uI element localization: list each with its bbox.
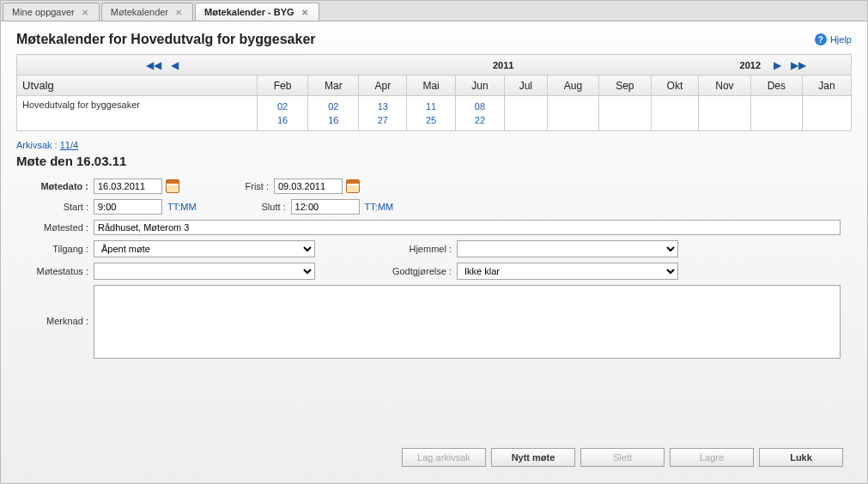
meeting-date-link[interactable]: 16 (313, 113, 353, 127)
month-cell: 1327 (359, 96, 407, 131)
tilgang-select[interactable]: Åpent møte (94, 240, 315, 257)
month-header: Aug (547, 76, 598, 96)
month-cell (750, 96, 802, 131)
calendar-icon[interactable] (166, 179, 179, 193)
close-icon[interactable]: ✕ (80, 8, 90, 17)
motestatus-label: Møtestatus : (16, 266, 94, 276)
close-icon[interactable]: ✕ (300, 8, 310, 17)
lag-arkivsak-button[interactable]: Lag arkivsak (402, 448, 486, 467)
meeting-date-link[interactable]: 02 (263, 100, 302, 113)
month-header: Jul (504, 76, 547, 96)
month-header: Jun (456, 76, 505, 96)
motested-input[interactable] (94, 220, 841, 235)
meeting-date-link[interactable]: 13 (364, 100, 401, 113)
month-cell (547, 96, 598, 131)
start-input[interactable] (94, 199, 162, 215)
utvalg-name: Hovedutvalg for byggesaker (17, 96, 258, 131)
frist-input[interactable] (274, 178, 343, 194)
month-header: Nov (699, 76, 750, 96)
lukk-button[interactable]: Lukk (759, 448, 843, 467)
nav-next-month-icon[interactable]: ▶ (770, 59, 785, 71)
month-cell: 0216 (308, 96, 359, 131)
motested-label: Møtested : (16, 222, 94, 233)
tab-bar: Mine oppgaver ✕ Møtekalender ✕ Møtekalen… (1, 1, 867, 21)
meeting-date-link[interactable]: 16 (263, 113, 302, 127)
tab-label: Møtekalender - BYG (204, 7, 294, 17)
year-next: 2012 (740, 60, 761, 70)
ttmm-hint[interactable]: TT:MM (167, 202, 197, 212)
slutt-label: Slutt : (231, 202, 291, 212)
month-cell (651, 96, 699, 131)
calendar-row: Hovedutvalg for byggesaker 0216 0216 132… (17, 96, 852, 131)
help-icon: ? (815, 33, 827, 45)
calendar-icon[interactable] (346, 179, 360, 193)
motedato-input[interactable] (94, 178, 162, 194)
motestatus-select[interactable] (94, 263, 315, 280)
arkivsak-link[interactable]: 11/4 (60, 140, 78, 150)
content-area: Møtekalender for Hovedutvalg for byggesa… (1, 21, 867, 482)
help-link[interactable]: ? Hjelp (815, 33, 852, 45)
month-cell (504, 96, 547, 131)
month-header: Mai (407, 76, 456, 96)
calendar-header-row: Utvalg Feb Mar Apr Mai Jun Jul Aug Sep O… (17, 76, 852, 96)
slett-button[interactable]: Slett (580, 448, 665, 467)
month-cell (599, 96, 651, 131)
tilgang-label: Tilgang : (16, 244, 94, 254)
nav-prev-month-icon[interactable]: ◀ (167, 59, 182, 71)
arkivsak-row: Arkivsak : 11/4 (16, 140, 852, 150)
nav-prev-year-icon[interactable]: ◀◀ (143, 59, 165, 71)
month-header: Des (750, 76, 802, 96)
meeting-form: Møtedato : Frist : Start : TT:MM Slutt :… (16, 178, 852, 359)
utvalg-header: Utvalg (17, 76, 258, 96)
meeting-date-link[interactable]: 22 (461, 113, 499, 127)
merknad-label: Merknad : (16, 285, 94, 326)
month-cell: 0216 (258, 96, 308, 131)
meeting-date-link[interactable]: 08 (461, 100, 499, 113)
month-cell: 1125 (407, 96, 456, 131)
month-cell: 0822 (456, 96, 505, 131)
hjemmel-label: Hjemmel : (315, 244, 457, 254)
godtgjorelse-label: Godtgjørelse : (315, 266, 457, 276)
godtgjorelse-select[interactable]: Ikke klar (457, 263, 678, 280)
nytt-mote-button[interactable]: Nytt møte (491, 448, 575, 467)
tab-label: Mine oppgaver (12, 7, 75, 17)
frist-label: Frist : (214, 181, 274, 191)
meeting-title: Møte den 16.03.11 (16, 154, 852, 168)
year-main: 2011 (308, 55, 699, 76)
tab-motekalender[interactable]: Møtekalender ✕ (101, 3, 193, 21)
nav-next-year-icon[interactable]: ▶▶ (787, 59, 810, 71)
meeting-date-link[interactable]: 02 (313, 100, 353, 113)
tab-label: Møtekalender (111, 7, 168, 17)
month-header: Feb (258, 76, 308, 96)
month-header: Apr (359, 76, 407, 96)
month-header: Mar (308, 76, 359, 96)
arkivsak-label: Arkivsak : (16, 140, 60, 150)
tab-motekalender-byg[interactable]: Møtekalender - BYG ✕ (195, 3, 319, 21)
month-cell (699, 96, 750, 131)
app-window: Mine oppgaver ✕ Møtekalender ✕ Møtekalen… (0, 0, 868, 484)
meeting-date-link[interactable]: 27 (364, 113, 401, 127)
meeting-date-link[interactable]: 11 (412, 100, 450, 113)
motedato-label: Møtedato : (16, 181, 94, 191)
close-icon[interactable]: ✕ (173, 8, 184, 17)
slutt-input[interactable] (291, 199, 360, 215)
month-header: Sep (599, 76, 651, 96)
calendar-table: ◀◀ ◀ 2011 2012 ▶ ▶▶ Utvalg Feb Mar Apr M… (16, 54, 852, 131)
ttmm-hint[interactable]: TT:MM (365, 202, 394, 212)
start-label: Start : (16, 202, 94, 212)
help-label: Hjelp (830, 34, 852, 45)
meeting-date-link[interactable]: 25 (412, 113, 450, 127)
month-cell (803, 96, 852, 131)
lagre-button[interactable]: Lagre (670, 448, 754, 467)
merknad-textarea[interactable] (94, 285, 841, 359)
button-bar: Lag arkivsak Nytt møte Slett Lagre Lukk (402, 448, 843, 467)
tab-mine-oppgaver[interactable]: Mine oppgaver ✕ (3, 3, 100, 21)
hjemmel-select[interactable] (457, 240, 678, 257)
month-header: Jan (803, 76, 852, 96)
page-title: Møtekalender for Hovedutvalg for byggesa… (16, 32, 316, 47)
month-header: Okt (651, 76, 699, 96)
